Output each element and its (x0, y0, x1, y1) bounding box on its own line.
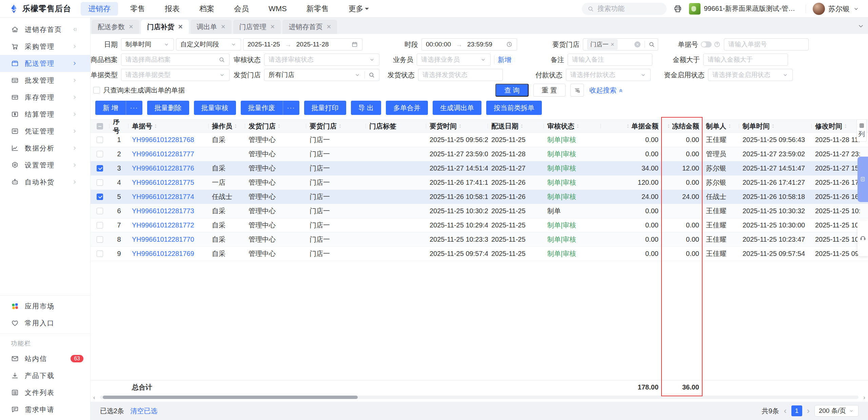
time-to[interactable]: 23:59:59 (467, 41, 492, 48)
toolbar-button-batch-print[interactable]: 批量打印 (304, 101, 346, 115)
toolbar-button-split-by-class[interactable]: 按当前类拆单 (486, 101, 542, 115)
tab-delivery-params[interactable]: 配送参数× (92, 20, 139, 34)
tab-store-replenish[interactable]: 门店补货× (141, 20, 189, 34)
scroll-right-icon[interactable]: › (863, 394, 865, 401)
table-row-3[interactable]: 3YH99661012281776自采管理中心门店一2025-11-27 14:… (91, 161, 868, 176)
sort-icon[interactable] (666, 123, 671, 129)
date-range-picker[interactable]: 2025-11-25 → 2025-11-28 (243, 38, 362, 51)
sort-icon[interactable] (337, 123, 343, 129)
clear-selection-link[interactable]: 清空已选 (130, 406, 157, 416)
sidebar-item-files[interactable]: 文件列表 (0, 384, 90, 401)
nav-item-members[interactable]: 会员 (226, 2, 256, 16)
sort-icon[interactable] (457, 123, 463, 129)
nav-item-wms[interactable]: WMS (261, 3, 294, 15)
table-row-2[interactable]: 2YH99661012281777管理中心门店一2025-11-27 23:59… (91, 147, 868, 161)
sort-icon[interactable] (843, 123, 848, 129)
doc-type-select[interactable]: 请选择单据类型 (121, 69, 230, 81)
sort-icon[interactable] (233, 123, 238, 129)
table-row-8[interactable]: 8YH99661012281770自采管理中心门店一2025-11-25 10:… (91, 233, 868, 247)
global-search[interactable] (582, 3, 667, 15)
col-header-req_store[interactable]: 要货门店 (306, 120, 366, 133)
sidebar-item-auto-replenish[interactable]: 自动补货 (0, 174, 90, 191)
sort-icon[interactable] (575, 123, 580, 129)
customer-service-button[interactable] (857, 220, 868, 256)
doc-number-link[interactable]: YH99661012281768 (132, 136, 194, 144)
tab-inventory-home[interactable]: 进销存首页× (282, 20, 337, 34)
next-page-icon[interactable]: › (807, 406, 810, 416)
tab-transfer-out[interactable]: 调出单× (191, 20, 232, 34)
sidebar-item-distribution[interactable]: 配送管理 (0, 55, 90, 72)
reset-button[interactable]: 重 置 (533, 84, 566, 97)
tab-store-manage[interactable]: 门店管理× (233, 20, 281, 34)
toolbar-button-add[interactable]: 新 增··· (95, 101, 142, 115)
col-header-doc[interactable]: 单据号 (129, 120, 209, 133)
sidebar-item-purchase[interactable]: 采购管理 (0, 38, 90, 55)
col-header-maker[interactable]: 制单人 (703, 120, 739, 133)
sidebar-item-settings[interactable]: 设置管理 (0, 157, 90, 174)
search-icon[interactable] (648, 41, 655, 48)
clear-icon[interactable]: × (634, 41, 640, 47)
scroll-left-icon[interactable]: ‹ (93, 394, 95, 401)
toolbar-button-batch-void[interactable]: 批量作废··· (241, 101, 299, 115)
toolbar-button-merge-docs[interactable]: 多单合并 (386, 101, 428, 115)
nav-item-new-retail[interactable]: 新零售 (299, 2, 336, 16)
doc-number-link[interactable]: YH99661012281770 (132, 236, 194, 243)
horizontal-scrollbar[interactable]: ‹ › (93, 394, 866, 400)
col-header-req_time[interactable]: 要货时间 (426, 120, 488, 133)
amount-gt-input-box[interactable] (703, 54, 788, 66)
col-header-mod_time[interactable]: 修改时间 (812, 120, 860, 133)
sidebar-item-messages[interactable]: 站内信63 (0, 350, 90, 367)
col-header-operator[interactable]: 操作员 (209, 120, 245, 133)
row-checkbox[interactable] (97, 222, 103, 228)
toolbar-button-batch-audit[interactable]: 批量审核 (194, 101, 236, 115)
nav-item-more[interactable]: 更多 (341, 2, 376, 16)
amount-gt-input[interactable] (708, 56, 784, 63)
col-header-make_time[interactable]: 制单时间 (739, 120, 812, 133)
row-checkbox[interactable] (97, 165, 103, 172)
help-center-button[interactable] (857, 157, 868, 202)
doc-number-link[interactable]: YH99661012281774 (132, 193, 194, 201)
sort-icon[interactable] (625, 123, 631, 129)
sort-icon[interactable] (276, 123, 282, 129)
col-header-deliv_date[interactable]: 配送日期 (488, 120, 544, 133)
saved-filter-button[interactable] (570, 84, 584, 97)
row-checkbox[interactable] (97, 151, 103, 157)
close-tab-icon[interactable]: × (178, 23, 183, 31)
doc-number-link[interactable]: YH99661012281777 (132, 150, 194, 158)
col-header-amount[interactable]: 单据金额 (601, 120, 662, 133)
page-size-select[interactable]: 200 条/页 (814, 405, 859, 417)
col-header-status[interactable]: 审核状态 (544, 120, 601, 133)
req-store-tag[interactable]: 门店一× (587, 39, 617, 49)
row-checkbox[interactable] (97, 194, 103, 200)
sidebar-item-voucher[interactable]: 凭证管理 (0, 123, 90, 140)
pay-status-select[interactable]: 请选择付款状态 (566, 69, 651, 81)
table-row-5[interactable]: 5YH99661012281774任战士管理中心门店一2025-11-26 10… (91, 190, 868, 204)
sort-icon[interactable] (153, 123, 158, 129)
close-tab-icon[interactable]: × (221, 23, 225, 31)
sidebar-item-analytics[interactable]: 数据分析 (0, 140, 90, 157)
product-select[interactable]: 请选择商品档案 (121, 54, 230, 66)
doc-number-link[interactable]: YH99661012281772 (132, 221, 194, 229)
tag-close-icon[interactable]: × (611, 41, 614, 48)
table-row-1[interactable]: 1YH99661012281768自采管理中心门店一2025-11-25 09:… (91, 133, 868, 147)
nav-item-reports[interactable]: 报表 (157, 2, 187, 16)
row-checkbox[interactable] (97, 137, 103, 143)
date-to[interactable]: 2025-11-28 (296, 41, 329, 48)
row-checkbox[interactable] (97, 236, 103, 243)
select-all-checkbox[interactable] (97, 123, 103, 129)
nav-item-inventory[interactable]: 进销存 (81, 2, 118, 16)
collapse-sidebar-icon[interactable] (72, 26, 78, 33)
add-salesman-link[interactable]: 新增 (498, 55, 511, 64)
user-menu[interactable]: 苏尔银 (813, 3, 859, 15)
toolbar-button-export[interactable]: 导 出 (351, 101, 381, 115)
time-range-picker[interactable]: 00:00:00 → 23:59:59 (421, 38, 517, 51)
time-from[interactable]: 00:00:00 (426, 41, 451, 48)
date-type-select[interactable]: 制单时间 (121, 38, 174, 51)
sidebar-item-requests[interactable]: 需求申请 (0, 401, 90, 418)
column-settings-button[interactable]: 列 (856, 119, 867, 142)
fund-status-select[interactable]: 请选择资金启用状态 (708, 69, 793, 81)
prev-page-icon[interactable]: ‹ (784, 406, 787, 416)
doc-number-link[interactable]: YH99661012281769 (132, 250, 194, 258)
more-options-icon[interactable]: ··· (126, 101, 142, 115)
query-button[interactable]: 查 询 (495, 84, 529, 97)
